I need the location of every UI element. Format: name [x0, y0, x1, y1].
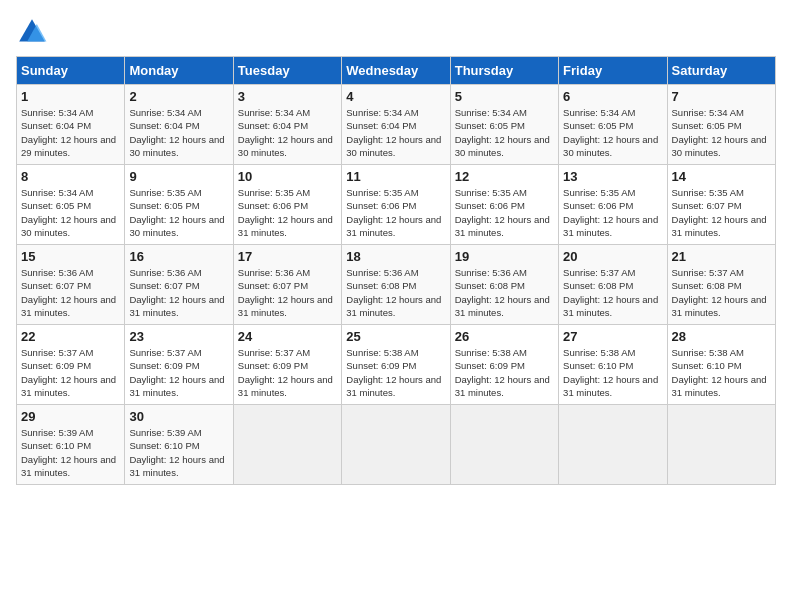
day-number: 24	[238, 329, 337, 344]
header-day: Thursday	[450, 57, 558, 85]
day-number: 21	[672, 249, 771, 264]
calendar-day: 11 Sunrise: 5:35 AM Sunset: 6:06 PM Dayl…	[342, 165, 450, 245]
calendar-day: 23 Sunrise: 5:37 AM Sunset: 6:09 PM Dayl…	[125, 325, 233, 405]
day-number: 17	[238, 249, 337, 264]
header-day: Monday	[125, 57, 233, 85]
day-info: Sunrise: 5:35 AM Sunset: 6:06 PM Dayligh…	[563, 186, 662, 239]
calendar-day: 19 Sunrise: 5:36 AM Sunset: 6:08 PM Dayl…	[450, 245, 558, 325]
calendar-day: 8 Sunrise: 5:34 AM Sunset: 6:05 PM Dayli…	[17, 165, 125, 245]
calendar-day: 29 Sunrise: 5:39 AM Sunset: 6:10 PM Dayl…	[17, 405, 125, 485]
day-number: 23	[129, 329, 228, 344]
day-number: 2	[129, 89, 228, 104]
day-number: 30	[129, 409, 228, 424]
calendar-day: 17 Sunrise: 5:36 AM Sunset: 6:07 PM Dayl…	[233, 245, 341, 325]
calendar-day: 12 Sunrise: 5:35 AM Sunset: 6:06 PM Dayl…	[450, 165, 558, 245]
calendar-day: 5 Sunrise: 5:34 AM Sunset: 6:05 PM Dayli…	[450, 85, 558, 165]
calendar-day: 15 Sunrise: 5:36 AM Sunset: 6:07 PM Dayl…	[17, 245, 125, 325]
calendar-day: 16 Sunrise: 5:36 AM Sunset: 6:07 PM Dayl…	[125, 245, 233, 325]
day-number: 9	[129, 169, 228, 184]
calendar-day: 18 Sunrise: 5:36 AM Sunset: 6:08 PM Dayl…	[342, 245, 450, 325]
calendar-week-row: 15 Sunrise: 5:36 AM Sunset: 6:07 PM Dayl…	[17, 245, 776, 325]
day-info: Sunrise: 5:34 AM Sunset: 6:05 PM Dayligh…	[21, 186, 120, 239]
day-number: 5	[455, 89, 554, 104]
day-number: 25	[346, 329, 445, 344]
day-number: 10	[238, 169, 337, 184]
logo	[16, 16, 52, 48]
day-number: 1	[21, 89, 120, 104]
day-info: Sunrise: 5:38 AM Sunset: 6:09 PM Dayligh…	[346, 346, 445, 399]
calendar-day: 9 Sunrise: 5:35 AM Sunset: 6:05 PM Dayli…	[125, 165, 233, 245]
day-info: Sunrise: 5:35 AM Sunset: 6:06 PM Dayligh…	[238, 186, 337, 239]
day-info: Sunrise: 5:34 AM Sunset: 6:04 PM Dayligh…	[346, 106, 445, 159]
header-day: Saturday	[667, 57, 775, 85]
day-number: 18	[346, 249, 445, 264]
header-day: Wednesday	[342, 57, 450, 85]
calendar-day	[342, 405, 450, 485]
header-day: Tuesday	[233, 57, 341, 85]
header-day: Sunday	[17, 57, 125, 85]
day-number: 29	[21, 409, 120, 424]
day-number: 22	[21, 329, 120, 344]
calendar-table: SundayMondayTuesdayWednesdayThursdayFrid…	[16, 56, 776, 485]
calendar-day	[233, 405, 341, 485]
day-info: Sunrise: 5:38 AM Sunset: 6:09 PM Dayligh…	[455, 346, 554, 399]
calendar-day: 20 Sunrise: 5:37 AM Sunset: 6:08 PM Dayl…	[559, 245, 667, 325]
calendar-day: 22 Sunrise: 5:37 AM Sunset: 6:09 PM Dayl…	[17, 325, 125, 405]
calendar-day: 24 Sunrise: 5:37 AM Sunset: 6:09 PM Dayl…	[233, 325, 341, 405]
calendar-day: 28 Sunrise: 5:38 AM Sunset: 6:10 PM Dayl…	[667, 325, 775, 405]
day-number: 14	[672, 169, 771, 184]
calendar-day	[667, 405, 775, 485]
day-info: Sunrise: 5:34 AM Sunset: 6:04 PM Dayligh…	[238, 106, 337, 159]
calendar-day: 30 Sunrise: 5:39 AM Sunset: 6:10 PM Dayl…	[125, 405, 233, 485]
calendar-day: 14 Sunrise: 5:35 AM Sunset: 6:07 PM Dayl…	[667, 165, 775, 245]
calendar-day: 1 Sunrise: 5:34 AM Sunset: 6:04 PM Dayli…	[17, 85, 125, 165]
day-info: Sunrise: 5:36 AM Sunset: 6:08 PM Dayligh…	[346, 266, 445, 319]
day-number: 6	[563, 89, 662, 104]
calendar-day	[450, 405, 558, 485]
day-number: 27	[563, 329, 662, 344]
day-info: Sunrise: 5:34 AM Sunset: 6:04 PM Dayligh…	[129, 106, 228, 159]
day-info: Sunrise: 5:36 AM Sunset: 6:07 PM Dayligh…	[238, 266, 337, 319]
calendar-week-row: 29 Sunrise: 5:39 AM Sunset: 6:10 PM Dayl…	[17, 405, 776, 485]
day-number: 15	[21, 249, 120, 264]
calendar-day: 13 Sunrise: 5:35 AM Sunset: 6:06 PM Dayl…	[559, 165, 667, 245]
day-info: Sunrise: 5:37 AM Sunset: 6:08 PM Dayligh…	[672, 266, 771, 319]
calendar-day: 6 Sunrise: 5:34 AM Sunset: 6:05 PM Dayli…	[559, 85, 667, 165]
day-number: 20	[563, 249, 662, 264]
day-info: Sunrise: 5:34 AM Sunset: 6:04 PM Dayligh…	[21, 106, 120, 159]
day-number: 26	[455, 329, 554, 344]
day-info: Sunrise: 5:35 AM Sunset: 6:06 PM Dayligh…	[346, 186, 445, 239]
day-number: 8	[21, 169, 120, 184]
day-number: 28	[672, 329, 771, 344]
calendar-day: 10 Sunrise: 5:35 AM Sunset: 6:06 PM Dayl…	[233, 165, 341, 245]
day-info: Sunrise: 5:37 AM Sunset: 6:09 PM Dayligh…	[21, 346, 120, 399]
calendar-week-row: 1 Sunrise: 5:34 AM Sunset: 6:04 PM Dayli…	[17, 85, 776, 165]
logo-icon	[16, 16, 48, 48]
day-number: 7	[672, 89, 771, 104]
calendar-week-row: 22 Sunrise: 5:37 AM Sunset: 6:09 PM Dayl…	[17, 325, 776, 405]
day-info: Sunrise: 5:35 AM Sunset: 6:07 PM Dayligh…	[672, 186, 771, 239]
day-number: 12	[455, 169, 554, 184]
day-info: Sunrise: 5:34 AM Sunset: 6:05 PM Dayligh…	[455, 106, 554, 159]
day-info: Sunrise: 5:37 AM Sunset: 6:08 PM Dayligh…	[563, 266, 662, 319]
day-number: 19	[455, 249, 554, 264]
day-number: 3	[238, 89, 337, 104]
calendar-week-row: 8 Sunrise: 5:34 AM Sunset: 6:05 PM Dayli…	[17, 165, 776, 245]
calendar-day	[559, 405, 667, 485]
day-info: Sunrise: 5:34 AM Sunset: 6:05 PM Dayligh…	[672, 106, 771, 159]
day-info: Sunrise: 5:36 AM Sunset: 6:08 PM Dayligh…	[455, 266, 554, 319]
day-info: Sunrise: 5:39 AM Sunset: 6:10 PM Dayligh…	[129, 426, 228, 479]
calendar-day: 27 Sunrise: 5:38 AM Sunset: 6:10 PM Dayl…	[559, 325, 667, 405]
day-info: Sunrise: 5:37 AM Sunset: 6:09 PM Dayligh…	[129, 346, 228, 399]
day-info: Sunrise: 5:34 AM Sunset: 6:05 PM Dayligh…	[563, 106, 662, 159]
calendar-day: 2 Sunrise: 5:34 AM Sunset: 6:04 PM Dayli…	[125, 85, 233, 165]
day-number: 4	[346, 89, 445, 104]
day-info: Sunrise: 5:37 AM Sunset: 6:09 PM Dayligh…	[238, 346, 337, 399]
day-number: 13	[563, 169, 662, 184]
day-info: Sunrise: 5:36 AM Sunset: 6:07 PM Dayligh…	[129, 266, 228, 319]
calendar-day: 3 Sunrise: 5:34 AM Sunset: 6:04 PM Dayli…	[233, 85, 341, 165]
day-number: 16	[129, 249, 228, 264]
calendar-day: 4 Sunrise: 5:34 AM Sunset: 6:04 PM Dayli…	[342, 85, 450, 165]
calendar-day: 25 Sunrise: 5:38 AM Sunset: 6:09 PM Dayl…	[342, 325, 450, 405]
header-day: Friday	[559, 57, 667, 85]
